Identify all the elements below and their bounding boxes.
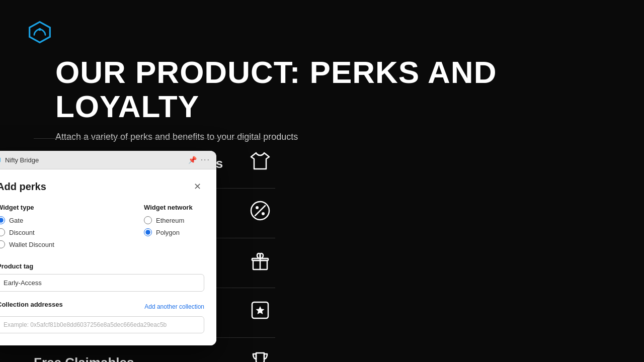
- collection-placeholder-text: Example: 0x5afcf81b0e8dd6037256e8a5dec66…: [4, 321, 167, 328]
- logo: [28, 20, 52, 46]
- browser-actions: 📌 ···: [188, 155, 210, 164]
- gift-icon: [245, 248, 275, 278]
- radio-discount-input[interactable]: [0, 228, 5, 236]
- radio-wallet-discount-input[interactable]: [0, 240, 5, 248]
- radio-wallet-discount-label: Wallet Discount: [9, 241, 54, 248]
- radio-polygon-label: Polygon: [156, 229, 180, 236]
- svg-point-1: [38, 28, 41, 31]
- shirt-icon: [245, 149, 275, 178]
- panel-title: Add perks: [0, 181, 46, 193]
- widget-type-label: Widget type: [0, 204, 134, 211]
- radio-ethereum-input[interactable]: [144, 216, 152, 224]
- pin-icon: 📌: [188, 156, 197, 164]
- page-title: OUR PRODUCT: PERKS AND LOYALTY: [55, 55, 589, 124]
- radio-polygon[interactable]: Polygon: [144, 228, 204, 236]
- radio-discount-label: Discount: [9, 229, 35, 236]
- panel-columns: Widget type Gate Discount Wallet Discoun…: [0, 204, 204, 252]
- widget-network-label: Widget network: [144, 204, 204, 211]
- collection-header: Collection addresses Add another collect…: [0, 301, 204, 312]
- svg-marker-0: [30, 22, 50, 43]
- radio-gate-input[interactable]: [0, 216, 5, 224]
- svg-point-4: [262, 212, 265, 215]
- radio-ethereum-label: Ethereum: [156, 217, 184, 224]
- percent-icon: [245, 199, 275, 228]
- collection-address-input[interactable]: Example: 0x5afcf81b0e8dd6037256e8a5dec66…: [0, 316, 204, 333]
- product-tag-label: Product tag: [0, 262, 204, 270]
- product-tag-input[interactable]: [0, 274, 204, 292]
- panel-content: Add perks ✕ Widget type Gate Discount Wa…: [0, 169, 216, 345]
- close-button[interactable]: ✕: [190, 179, 204, 194]
- panel-header: Add perks ✕: [0, 179, 204, 194]
- radio-gate[interactable]: Gate: [0, 216, 134, 224]
- add-collection-link[interactable]: Add another collection: [144, 303, 204, 310]
- radio-polygon-input[interactable]: [144, 228, 152, 236]
- browser-tab-title: Nifty Bridge: [5, 156, 184, 164]
- star-badge-icon: [245, 298, 275, 327]
- nifty-bridge-browser-icon: [0, 155, 1, 165]
- collection-label: Collection addresses: [0, 301, 63, 308]
- widget-panel: Nifty Bridge 📌 ··· Add perks ✕ Widget ty…: [0, 151, 216, 345]
- radio-gate-label: Gate: [9, 217, 23, 224]
- svg-marker-10: [256, 306, 265, 314]
- trophy-icon: [245, 348, 275, 362]
- more-icon: ···: [201, 155, 210, 164]
- radio-discount[interactable]: Discount: [0, 228, 134, 236]
- widget-network-column: Widget network Ethereum Polygon: [134, 204, 204, 252]
- radio-wallet-discount[interactable]: Wallet Discount: [0, 240, 134, 248]
- widget-type-column: Widget type Gate Discount Wallet Discoun…: [0, 204, 134, 252]
- radio-ethereum[interactable]: Ethereum: [144, 216, 204, 224]
- perk-label-free-claimables: Free Claimables: [34, 355, 134, 363]
- svg-point-3: [256, 206, 259, 209]
- browser-chrome: Nifty Bridge 📌 ···: [0, 151, 216, 169]
